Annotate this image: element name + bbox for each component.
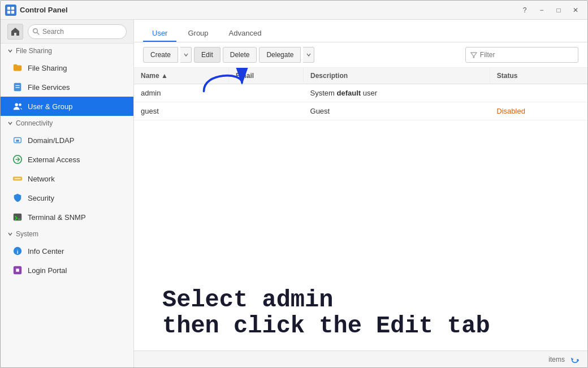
section-label-file-sharing: File Sharing bbox=[16, 47, 52, 55]
network-icon bbox=[12, 173, 23, 184]
folder-icon bbox=[12, 62, 23, 73]
users-table: Name ▲ Email Description Status admin Sy… bbox=[134, 68, 587, 120]
window-controls: ? − □ ✕ bbox=[517, 4, 583, 16]
create-button[interactable]: Create bbox=[143, 47, 178, 63]
cell-desc-guest: Guest bbox=[304, 102, 490, 120]
user-group-icon bbox=[12, 101, 23, 112]
sidebar-item-file-sharing[interactable]: File Sharing bbox=[1, 58, 133, 77]
section-connectivity: Connectivity Domain/LDAP External Access bbox=[1, 116, 133, 227]
tab-group[interactable]: Group bbox=[179, 25, 217, 42]
sidebar-item-external-access[interactable]: External Access bbox=[1, 150, 133, 169]
section-header-file-sharing[interactable]: File Sharing bbox=[1, 44, 133, 58]
cell-desc-admin: System default user bbox=[304, 84, 490, 102]
tab-bar: User Group Advanced bbox=[134, 20, 587, 42]
toolbar: Create Edit Delete Delegate bbox=[134, 42, 587, 68]
help-button[interactable]: ? bbox=[517, 4, 532, 16]
chevron-down-icon bbox=[7, 48, 13, 54]
sidebar-item-label-login-portal: Login Portal bbox=[28, 266, 67, 275]
sidebar: File Sharing File Sharing File Services bbox=[1, 20, 134, 367]
minimize-button[interactable]: − bbox=[534, 4, 549, 16]
app-icon bbox=[5, 5, 16, 16]
sidebar-item-label-security: Security bbox=[28, 194, 54, 202]
sidebar-item-security[interactable]: Security bbox=[1, 188, 133, 207]
chevron-delegate-icon bbox=[306, 53, 311, 57]
maximize-button[interactable]: □ bbox=[551, 4, 566, 16]
edit-button[interactable]: Edit bbox=[194, 47, 220, 63]
bold-default: default bbox=[337, 89, 361, 97]
table-container: Name ▲ Email Description Status admin Sy… bbox=[134, 68, 587, 350]
sidebar-item-label-domain: Domain/LDAP bbox=[28, 136, 74, 145]
sidebar-item-label-file-sharing: File Sharing bbox=[28, 64, 67, 72]
sidebar-item-file-services[interactable]: File Services bbox=[1, 77, 133, 97]
domain-icon bbox=[12, 135, 23, 146]
cell-status-admin bbox=[490, 84, 587, 102]
search-box bbox=[28, 24, 127, 39]
section-file-sharing: File Sharing File Sharing File Services bbox=[1, 44, 133, 116]
window-title: Control Panel bbox=[20, 6, 517, 14]
svg-rect-1 bbox=[11, 6, 14, 9]
table-row[interactable]: admin System default user bbox=[134, 84, 587, 102]
sidebar-item-user-group[interactable]: User & Group bbox=[1, 97, 133, 116]
filter-input[interactable] bbox=[480, 51, 573, 59]
chevron-down-icon-system bbox=[7, 231, 13, 237]
cell-status-guest: Disabled bbox=[490, 102, 587, 120]
login-icon bbox=[12, 265, 23, 276]
content-area: User Group Advanced Create Edit Delete D… bbox=[134, 20, 587, 367]
svg-point-4 bbox=[33, 28, 38, 33]
svg-rect-2 bbox=[7, 10, 10, 13]
external-access-icon bbox=[12, 154, 23, 165]
search-icon bbox=[33, 28, 40, 35]
create-dropdown-button[interactable] bbox=[180, 47, 192, 63]
svg-rect-6 bbox=[14, 83, 21, 91]
svg-rect-3 bbox=[11, 10, 14, 13]
sidebar-item-label-user-group: User & Group bbox=[28, 102, 72, 111]
cell-email-admin bbox=[229, 84, 304, 102]
cell-email-guest bbox=[229, 102, 304, 120]
delegate-button[interactable]: Delegate bbox=[259, 47, 301, 63]
delegate-dropdown-button[interactable] bbox=[303, 47, 314, 63]
items-label: items bbox=[548, 356, 565, 363]
chevron-down-icon-connectivity bbox=[7, 120, 13, 126]
close-button[interactable]: ✕ bbox=[568, 4, 583, 16]
col-header-description: Description bbox=[304, 68, 490, 84]
filter-box bbox=[465, 47, 578, 63]
main-layout: File Sharing File Sharing File Services bbox=[1, 20, 587, 367]
sidebar-item-terminal[interactable]: Terminal & SNMP bbox=[1, 207, 133, 227]
col-header-email: Email bbox=[229, 68, 304, 84]
svg-rect-12 bbox=[16, 140, 19, 142]
delete-button[interactable]: Delete bbox=[223, 47, 257, 63]
tab-user[interactable]: User bbox=[143, 25, 176, 42]
sidebar-item-network[interactable]: Network bbox=[1, 169, 133, 188]
sidebar-item-label-external-access: External Access bbox=[28, 155, 80, 164]
sidebar-item-label-network: Network bbox=[28, 175, 55, 183]
col-header-name: Name ▲ bbox=[134, 68, 229, 84]
sidebar-item-domain[interactable]: Domain/LDAP bbox=[1, 131, 133, 150]
security-icon bbox=[12, 192, 23, 204]
section-label-connectivity: Connectivity bbox=[16, 119, 53, 127]
svg-rect-15 bbox=[14, 214, 21, 221]
section-label-system: System bbox=[16, 230, 38, 238]
sidebar-header bbox=[1, 20, 133, 44]
svg-point-10 bbox=[19, 103, 21, 106]
home-button[interactable] bbox=[7, 24, 23, 40]
svg-point-9 bbox=[15, 103, 18, 106]
cell-name-admin: admin bbox=[134, 84, 229, 102]
section-header-system[interactable]: System bbox=[1, 227, 133, 241]
cell-name-guest: guest bbox=[134, 102, 229, 120]
sidebar-item-label-info-center: Info Center bbox=[28, 247, 64, 256]
refresh-icon bbox=[570, 355, 580, 364]
titlebar: Control Panel ? − □ ✕ bbox=[1, 1, 587, 20]
svg-text:i: i bbox=[17, 249, 19, 255]
search-input[interactable] bbox=[42, 28, 122, 36]
sidebar-item-info-center[interactable]: i Info Center bbox=[1, 241, 133, 261]
tab-advanced[interactable]: Advanced bbox=[220, 25, 271, 42]
refresh-button[interactable] bbox=[569, 354, 581, 365]
file-services-icon bbox=[12, 81, 23, 93]
section-header-connectivity[interactable]: Connectivity bbox=[1, 116, 133, 131]
info-icon: i bbox=[12, 245, 23, 257]
control-panel-window: Control Panel ? − □ ✕ bbox=[0, 0, 588, 368]
table-row[interactable]: guest Guest Disabled bbox=[134, 102, 587, 120]
svg-rect-0 bbox=[7, 6, 10, 9]
sidebar-item-login-portal[interactable]: Login Portal bbox=[1, 261, 133, 280]
sidebar-item-label-terminal: Terminal & SNMP bbox=[28, 213, 86, 222]
